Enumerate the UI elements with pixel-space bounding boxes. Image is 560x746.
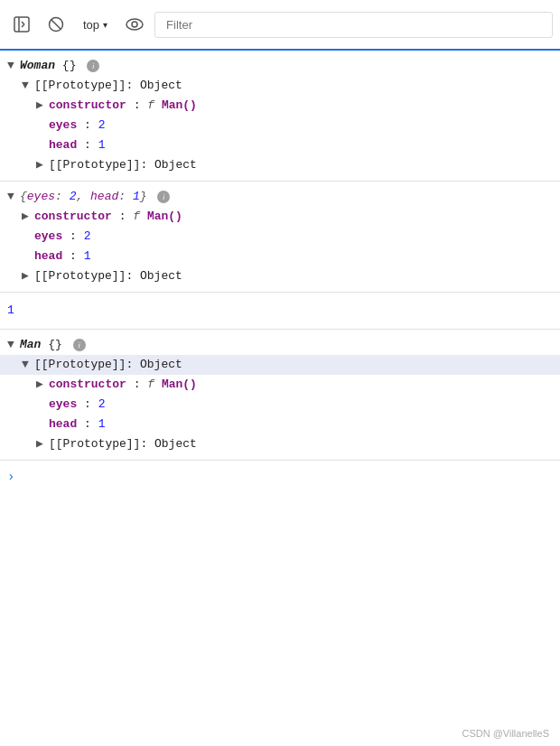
- log-line: ▶ [[Prototype]]: Object: [0, 155, 560, 175]
- console-arrow-icon: ›: [0, 464, 560, 490]
- arrow-right-icon[interactable]: ▶: [36, 97, 49, 115]
- arrow-right-icon[interactable]: ▶: [22, 267, 34, 285]
- eye-icon: [126, 18, 144, 31]
- log-line: ▶ [[Prototype]]: Object: [0, 266, 560, 286]
- info-badge[interactable]: i: [87, 60, 99, 72]
- arrow-right-icon[interactable]: ▶: [36, 376, 49, 394]
- console-content: ▼ Woman {} i ▼ [[Prototype]]: Object ▶ c…: [0, 51, 560, 746]
- eye-button[interactable]: [120, 10, 149, 39]
- arrow-down-icon[interactable]: ▼: [7, 188, 20, 206]
- info-badge[interactable]: i: [157, 191, 170, 203]
- arrow-down-icon[interactable]: ▼: [22, 356, 34, 374]
- log-line: ▶ head : 1: [0, 415, 560, 434]
- head-label: head : 1: [49, 415, 105, 434]
- prototype-label: [[Prototype]]: Object: [34, 267, 182, 285]
- prototype-label: [[Prototype]]: Object: [34, 356, 182, 374]
- prototype-nested-label: [[Prototype]]: Object: [49, 435, 197, 453]
- log-line: ▼ Woman {} i: [0, 56, 560, 76]
- line-number: 1: [0, 298, 560, 323]
- ban-button[interactable]: [42, 10, 70, 39]
- log-line: ▶ eyes : 2: [0, 116, 560, 135]
- log-line: ▶ [[Prototype]]: Object: [0, 434, 560, 454]
- log-line: ▶ eyes : 2: [0, 227, 560, 247]
- log-line: ▶ constructor : f Man(): [0, 375, 560, 395]
- log-block-obj: ▼ {eyes: 2, head: 1} i ▶ constructor : f…: [0, 182, 560, 293]
- head-label: head : 1: [34, 247, 90, 266]
- head-label: head : 1: [49, 136, 105, 154]
- eyes-label: eyes : 2: [49, 396, 105, 414]
- log-block-man: ▼ Man {} i ▼ [[Prototype]]: Object ▶ con…: [0, 330, 560, 461]
- eyes-label: eyes : 2: [49, 117, 105, 135]
- woman-label: Woman {} i: [20, 57, 99, 75]
- svg-line-5: [51, 20, 61, 30]
- filter-wrapper: [154, 12, 553, 38]
- arrow-right-icon[interactable]: ▶: [36, 435, 49, 453]
- ban-icon: [48, 16, 64, 33]
- log-line: ▶ constructor : f Man(): [0, 96, 560, 116]
- obj-label: {eyes: 2, head: 1} i: [20, 188, 170, 206]
- log-block-woman: ▼ Woman {} i ▼ [[Prototype]]: Object ▶ c…: [0, 51, 560, 182]
- context-dropdown-button[interactable]: top ▾: [76, 14, 115, 35]
- arrow-down-icon[interactable]: ▼: [7, 336, 20, 354]
- toolbar: top ▾: [0, 0, 560, 51]
- constructor-label: constructor : f Man(): [34, 208, 182, 226]
- console-prompt-row: ›: [0, 461, 560, 493]
- log-block-number: 1: [0, 293, 560, 330]
- filter-input[interactable]: [161, 14, 546, 35]
- info-badge[interactable]: i: [73, 339, 86, 351]
- svg-line-3: [22, 24, 24, 27]
- chevron-down-icon: ▾: [103, 20, 107, 30]
- log-line: ▼ {eyes: 2, head: 1} i: [0, 187, 560, 207]
- log-line: ▶ head : 1: [0, 247, 560, 266]
- sidebar-icon: [14, 16, 30, 33]
- prototype-label: [[Prototype]]: Object: [34, 77, 182, 95]
- constructor-label: constructor : f Man(): [49, 97, 197, 115]
- dropdown-label: top: [83, 18, 99, 32]
- prototype-nested-label: [[Prototype]]: Object: [49, 156, 197, 174]
- log-line: ▶ head : 1: [0, 135, 560, 155]
- arrow-down-icon[interactable]: ▼: [7, 57, 20, 75]
- svg-point-7: [132, 22, 137, 27]
- log-line: ▶ eyes : 2: [0, 395, 560, 415]
- log-line: ▶ constructor : f Man(): [0, 207, 560, 227]
- arrow-right-icon[interactable]: ▶: [22, 208, 34, 226]
- svg-point-6: [126, 19, 143, 30]
- man-label: Man {} i: [20, 336, 86, 354]
- log-line-highlighted: ▼ [[Prototype]]: Object: [0, 355, 560, 375]
- log-line: ▼ [[Prototype]]: Object: [0, 76, 560, 96]
- arrow-down-icon[interactable]: ▼: [22, 77, 34, 95]
- arrow-right-icon[interactable]: ▶: [36, 156, 49, 174]
- constructor-label: constructor : f Man(): [49, 376, 197, 394]
- log-line: ▼ Man {} i: [0, 335, 560, 355]
- eyes-label: eyes : 2: [34, 228, 90, 246]
- watermark: CSDN @VillanelleS: [462, 728, 549, 739]
- sidebar-toggle-button[interactable]: [7, 10, 36, 39]
- svg-rect-0: [14, 17, 29, 32]
